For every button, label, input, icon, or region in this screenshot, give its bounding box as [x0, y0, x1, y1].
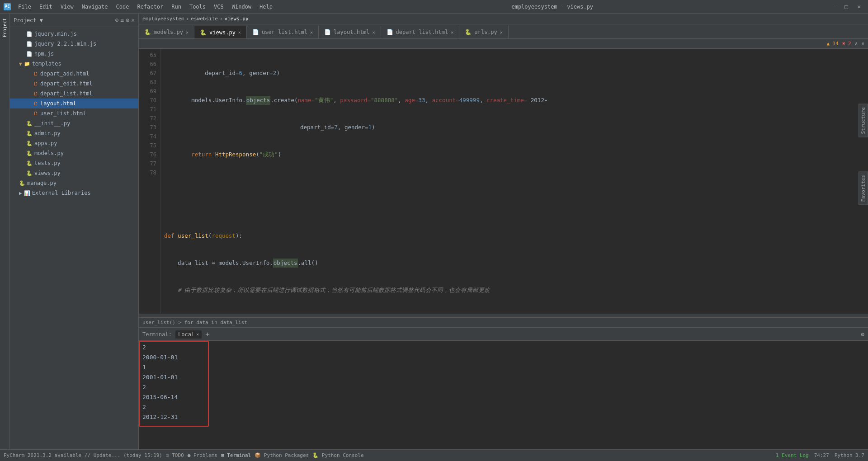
error-count[interactable]: ✖ 2	[842, 41, 851, 47]
tree-item-label: depart_add.html	[40, 71, 89, 77]
tree-item-label: templates	[32, 61, 61, 67]
tab-urls-py[interactable]: 🐍 urls.py ✕	[459, 26, 509, 38]
tab-close-depart-list[interactable]: ✕	[451, 30, 453, 35]
tab-close-user-list[interactable]: ✕	[310, 30, 313, 35]
breadcrumb-item[interactable]: eswebsite	[191, 16, 218, 22]
py-file-icon: 🐍	[26, 141, 33, 146]
tree-item-label: jquery.min.js	[34, 31, 77, 37]
tree-item-label: External Libraries	[32, 190, 91, 196]
code-text[interactable]: depart_id=6, gender=2) models.UserInfo.o…	[160, 49, 868, 314]
project-settings-icon[interactable]: ⚙	[126, 17, 129, 24]
tree-item-init-py[interactable]: 🐍 __init__.py	[10, 118, 138, 128]
python-console-label: Python Console	[322, 452, 364, 458]
horizontal-scrollbar[interactable]	[139, 314, 868, 317]
tree-item-admin-py[interactable]: 🐍 admin.py	[10, 128, 138, 138]
project-close-icon[interactable]: ✕	[131, 17, 135, 24]
project-sync-icon[interactable]: ⊕	[115, 17, 119, 24]
tree-item-templates-folder[interactable]: ▼ 📁 templates	[10, 59, 138, 69]
tree-item-layout[interactable]: 🗋 layout.html	[10, 99, 138, 108]
tree-item-tests-py[interactable]: 🐍 tests.py	[10, 158, 138, 168]
tree-item-jquery-221[interactable]: 📄 jquery-2.2.1.min.js	[10, 39, 138, 49]
tree-item-apps-py[interactable]: 🐍 apps.py	[10, 138, 138, 148]
menu-edit[interactable]: Edit	[36, 3, 56, 11]
tree-item-user-list[interactable]: 🗋 user_list.html	[10, 108, 138, 118]
tab-close-models[interactable]: ✕	[186, 30, 189, 35]
tree-item-external-libraries[interactable]: ▶ 📊 External Libraries	[10, 188, 138, 198]
code-editor[interactable]: 65 66 67 68 69 70 71 72 73 74 75 76 77 7…	[139, 49, 868, 327]
tab-icon: 📄	[387, 29, 393, 35]
tab-user-list-html[interactable]: 📄 user_list.html ✕	[247, 26, 319, 38]
tab-models-py[interactable]: 🐍 models.py ✕	[139, 26, 194, 38]
project-title-area: Project ▼	[14, 17, 43, 24]
menu-code[interactable]: Code	[113, 3, 133, 11]
tab-views-py[interactable]: 🐍 views.py ✕	[194, 26, 247, 38]
code-line-71: def user_list(request):	[164, 231, 864, 240]
menu-file[interactable]: File	[14, 3, 35, 11]
menu-tools[interactable]: Tools	[186, 3, 209, 11]
js-file-icon: 📄	[26, 41, 33, 47]
tab-layout-html[interactable]: 📄 layout.html ✕	[319, 26, 381, 38]
terminal-tab-close[interactable]: ✕	[196, 332, 199, 337]
tree-item-label: user_list.html	[40, 110, 86, 117]
py-file-icon: 🐍	[26, 131, 33, 136]
todo-button[interactable]: ☑ TODO	[166, 452, 184, 458]
warning-count[interactable]: ▲ 14	[826, 41, 839, 47]
code-scroll-area[interactable]: 65 66 67 68 69 70 71 72 73 74 75 76 77 7…	[139, 49, 868, 314]
tree-item-npm[interactable]: 📄 npm.js	[10, 49, 138, 59]
sidebar-tab-strip: Project	[0, 14, 10, 449]
terminal-line: 2	[142, 402, 864, 412]
minimize-button[interactable]: —	[829, 3, 840, 10]
breadcrumb: employeesystem › eswebsite › views.py	[139, 14, 868, 24]
tab-close-layout[interactable]: ✕	[373, 30, 375, 35]
close-button[interactable]: ✕	[854, 3, 864, 10]
problems-button[interactable]: ● Problems	[188, 452, 217, 458]
tab-close-urls[interactable]: ✕	[500, 30, 503, 35]
editor-area: employeesystem › eswebsite › views.py 🐍 …	[139, 14, 868, 449]
structure-panel-tab[interactable]: Structure	[859, 104, 868, 137]
tree-item-jquery-min[interactable]: 📄 jquery.min.js	[10, 29, 138, 39]
python-console-icon: 🐍	[312, 452, 319, 458]
tree-item-views-py[interactable]: 🐍 views.py	[10, 168, 138, 178]
terminal-tab-local[interactable]: Local ✕	[175, 330, 202, 339]
app-logo: PC	[4, 3, 11, 10]
terminal-line: 2	[142, 343, 864, 353]
menu-window[interactable]: Window	[228, 3, 255, 11]
terminal-label: Terminal:	[142, 331, 172, 338]
code-footer-breadcrumb: user_list() > for data in data_list	[139, 317, 868, 327]
tab-depart-list-html[interactable]: 📄 depart_list.html ✕	[381, 26, 460, 38]
tree-item-manage-py[interactable]: 🐍 manage.py	[10, 178, 138, 188]
project-tree: 📄 jquery.min.js 📄 jquery-2.2.1.min.js 📄 …	[10, 27, 138, 449]
menu-run[interactable]: Run	[168, 3, 185, 11]
tree-item-models-py[interactable]: 🐍 models.py	[10, 148, 138, 158]
terminal-button[interactable]: ⊞ Terminal	[221, 452, 251, 458]
menu-help[interactable]: Help	[256, 3, 276, 11]
breadcrumb-item[interactable]: employeesystem	[142, 16, 184, 22]
tree-item-label: views.py	[34, 170, 61, 176]
tree-item-depart-add[interactable]: 🗋 depart_add.html	[10, 69, 138, 79]
python-console-button[interactable]: 🐍 Python Console	[312, 452, 363, 458]
sidebar-tab-project[interactable]: Project	[1, 15, 9, 40]
folder-open-icon: ▼	[19, 61, 22, 67]
html-file-icon: 🗋	[33, 111, 38, 117]
menu-view[interactable]: View	[57, 3, 77, 11]
favorites-panel-tab[interactable]: Favorites	[859, 172, 868, 205]
terminal-tabs-left: Terminal: Local ✕ +	[142, 330, 210, 339]
pycharm-update-message: PyCharm 2021.3.2 available // Update... …	[4, 452, 162, 458]
tree-item-depart-edit[interactable]: 🗋 depart_edit.html	[10, 79, 138, 89]
breadcrumb-item[interactable]: views.py	[225, 16, 249, 22]
python-packages-button[interactable]: 📦 Python Packages	[255, 452, 309, 458]
terminal-tabs-bar: Terminal: Local ✕ + ⚙	[139, 328, 868, 341]
event-log-button[interactable]: 1 Event Log	[776, 452, 809, 458]
menu-vcs[interactable]: VCS	[210, 3, 227, 11]
maximize-button[interactable]: □	[841, 3, 852, 10]
tree-item-label: models.py	[34, 150, 64, 156]
scroll-up-icon[interactable]: ∧	[855, 41, 858, 47]
menu-navigate[interactable]: Navigate	[78, 3, 112, 11]
menu-refactor[interactable]: Refactor	[133, 3, 167, 11]
terminal-add-button[interactable]: +	[205, 330, 210, 339]
project-collapse-icon[interactable]: ≡	[121, 17, 124, 24]
scroll-down-icon[interactable]: ∨	[861, 41, 864, 47]
terminal-settings-icon[interactable]: ⚙	[861, 331, 864, 338]
tab-close-views[interactable]: ✕	[238, 30, 241, 35]
tree-item-depart-list[interactable]: 🗋 depart_list.html	[10, 89, 138, 99]
